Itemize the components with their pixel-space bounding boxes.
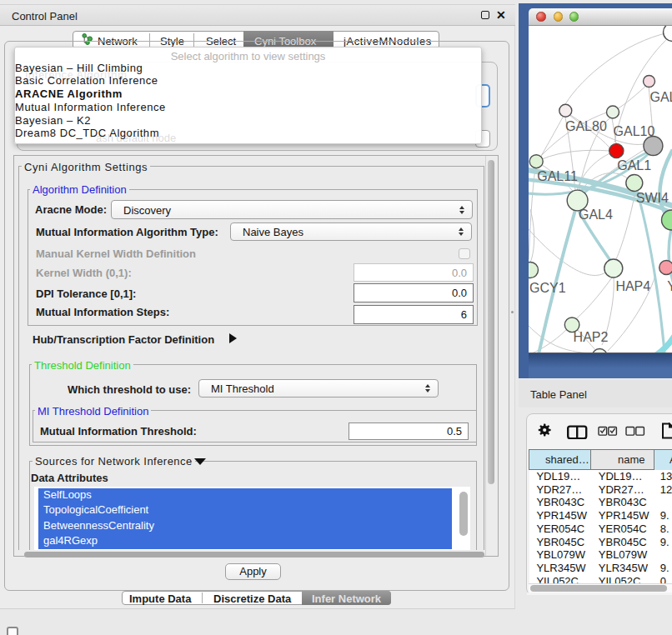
svg-text:GCY1: GCY1: [529, 281, 566, 295]
svg-text:GAL80: GAL80: [565, 118, 607, 132]
svg-text:HAP4: HAP4: [615, 279, 650, 293]
svg-text:GAL: GAL: [650, 89, 672, 103]
svg-text:SWI4: SWI4: [636, 191, 669, 205]
svg-text:GAL1: GAL1: [617, 158, 651, 172]
svg-text:GAL4: GAL4: [579, 207, 613, 221]
svg-text:GAL11: GAL11: [537, 169, 578, 183]
svg-text:GAL10: GAL10: [614, 123, 655, 138]
svg-text:HAP2: HAP2: [574, 330, 609, 344]
svg-text:Y: Y: [667, 279, 672, 293]
